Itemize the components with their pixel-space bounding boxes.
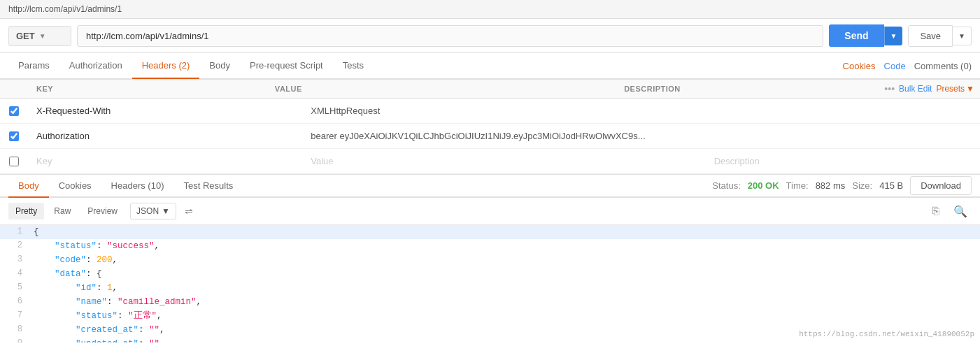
more-options-icon[interactable]: ••• [884, 83, 895, 94]
code-line-6: 6 "name": "camille_admin", [0, 295, 980, 309]
response-code-area: 1 { 2 "status": "success", 3 "code": 200… [0, 225, 980, 343]
presets-chevron-icon: ▼ [966, 84, 974, 94]
size-label: Size: [852, 180, 872, 191]
code-line-1: 1 { [0, 225, 980, 239]
title-bar: http://lcm.com/api/v1/admins/1 [0, 0, 980, 19]
code-line-2: 2 "status": "success", [0, 239, 980, 253]
response-toolbar-right: ⎘ 🔍 [928, 203, 972, 219]
code-line-3: 3 "code": 200, [0, 253, 980, 267]
empty-value[interactable]: Value [302, 150, 705, 172]
url-input[interactable] [77, 25, 823, 47]
code-line-4: 4 "data": { [0, 267, 980, 281]
response-tabs-left: Body Cookies Headers (10) Test Results [8, 175, 712, 196]
row1-key[interactable]: X-Requested-With [28, 100, 302, 122]
download-button[interactable]: Download [910, 176, 972, 195]
footer-url: https://blog.csdn.net/weixin_41890052p [799, 329, 974, 341]
header-row-empty: Key Value Description [0, 149, 980, 174]
bulk-edit-button[interactable]: Bulk Edit [899, 84, 932, 94]
row1-checkbox[interactable] [9, 106, 19, 116]
row1-description [706, 106, 980, 117]
format-tab-preview[interactable]: Preview [80, 203, 125, 219]
save-button[interactable]: Save [908, 25, 953, 47]
send-dropdown-button[interactable]: ▼ [884, 27, 903, 45]
format-json-select[interactable]: JSON ▼ [130, 203, 176, 219]
tab-authorization[interactable]: Authorization [59, 53, 132, 79]
status-label: Status: [712, 180, 740, 191]
empty-check-col [0, 157, 28, 166]
request-tabs-row: Params Authorization Headers (2) Body Pr… [0, 53, 980, 79]
row2-checkbox[interactable] [9, 131, 19, 141]
empty-description[interactable]: Description [706, 150, 980, 172]
row2-check-col [0, 131, 28, 141]
row2-description [706, 131, 980, 142]
send-button-group: Send ▼ [829, 24, 902, 47]
time-label: Time: [786, 180, 809, 191]
tab-body[interactable]: Body [199, 53, 240, 79]
empty-key[interactable]: Key [28, 150, 302, 172]
headers-section: KEY VALUE DESCRIPTION ••• Bulk Edit Pres… [0, 79, 980, 175]
format-tab-raw[interactable]: Raw [47, 203, 78, 219]
resp-tab-body[interactable]: Body [8, 175, 49, 198]
search-button[interactable]: 🔍 [949, 203, 972, 219]
headers-table-header: KEY VALUE DESCRIPTION ••• Bulk Edit Pres… [0, 79, 980, 99]
request-tabs-left: Params Authorization Headers (2) Body Pr… [8, 53, 843, 78]
word-wrap-button[interactable]: ⇌ [179, 202, 199, 220]
request-tabs-right: Cookies Code Comments (0) [843, 61, 972, 71]
format-tab-pretty[interactable]: Pretty [8, 203, 44, 219]
tab-tests[interactable]: Tests [333, 53, 374, 79]
row1-value[interactable]: XMLHttpRequest [302, 100, 705, 122]
resp-tab-headers[interactable]: Headers (10) [101, 175, 174, 198]
row2-key[interactable]: Authorization [28, 125, 302, 147]
code-link[interactable]: Code [884, 61, 906, 71]
col-header-key: KEY [28, 80, 267, 98]
comments-link[interactable]: Comments (0) [914, 61, 972, 71]
method-label: GET [16, 31, 35, 41]
response-size: 415 B [879, 180, 903, 191]
resp-tab-cookies[interactable]: Cookies [49, 175, 101, 198]
copy-button[interactable]: ⎘ [928, 203, 944, 219]
title-url: http://lcm.com/api/v1/admins/1 [8, 4, 122, 14]
save-button-group: Save ▼ [908, 25, 972, 47]
col-header-value: VALUE [267, 80, 616, 98]
cookies-link[interactable]: Cookies [843, 61, 876, 71]
json-select-chevron-icon: ▼ [162, 206, 170, 216]
method-chevron-icon: ▼ [39, 32, 46, 40]
header-row-1: X-Requested-With XMLHttpRequest [0, 99, 980, 124]
header-row-2: Authorization bearer eyJ0eXAiOiJKV1QiLCJ… [0, 124, 980, 149]
resp-tab-test-results[interactable]: Test Results [173, 175, 243, 198]
row1-check-col [0, 106, 28, 116]
tab-pre-request-script[interactable]: Pre-request Script [240, 53, 333, 79]
tab-headers[interactable]: Headers (2) [132, 53, 200, 79]
col-header-description: DESCRIPTION [616, 80, 854, 98]
code-line-5: 5 "id": 1, [0, 281, 980, 295]
method-select[interactable]: GET ▼ [8, 26, 71, 46]
save-dropdown-button[interactable]: ▼ [953, 27, 972, 45]
response-time: 882 ms [816, 180, 846, 191]
send-button[interactable]: Send [829, 24, 883, 47]
row2-value[interactable]: bearer eyJ0eXAiOiJKV1QiLCJhbGciOiJIUzI1N… [302, 125, 705, 147]
col-header-actions: ••• Bulk Edit Presets ▼ [854, 83, 980, 94]
response-format-toolbar: Pretty Raw Preview JSON ▼ ⇌ ⎘ 🔍 [0, 198, 980, 225]
status-code: 200 OK [748, 180, 779, 191]
code-line-7: 7 "status": "正常", [0, 309, 980, 323]
tab-params[interactable]: Params [8, 53, 59, 79]
presets-button[interactable]: Presets ▼ [936, 84, 974, 94]
response-tabs-row: Body Cookies Headers (10) Test Results S… [0, 175, 980, 198]
response-status-bar: Status: 200 OK Time: 882 ms Size: 415 B … [712, 176, 972, 195]
empty-checkbox[interactable] [9, 157, 19, 166]
url-bar: GET ▼ Send ▼ Save ▼ [0, 19, 980, 53]
